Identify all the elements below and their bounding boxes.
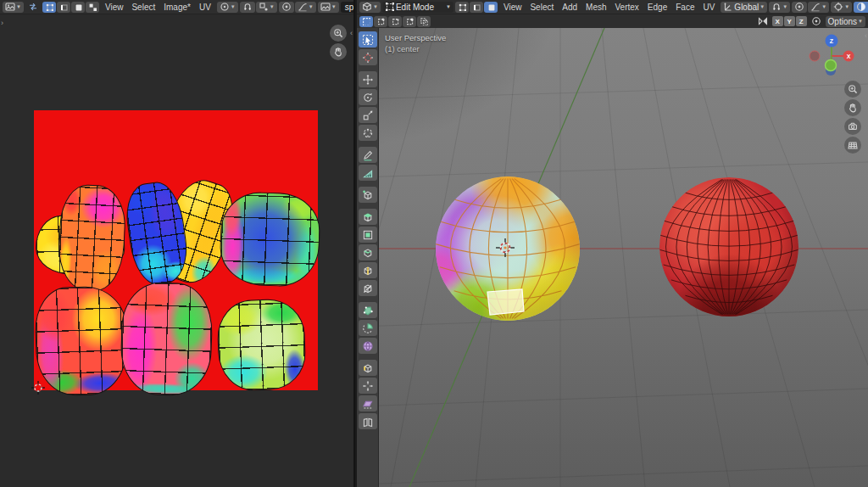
- tool-inset-faces[interactable]: [359, 227, 377, 243]
- uv-island-top-right[interactable]: [219, 191, 321, 288]
- menu-view[interactable]: View: [499, 3, 526, 12]
- sphere-red[interactable]: [647, 161, 806, 359]
- menu-vertex[interactable]: Vertex: [611, 3, 643, 12]
- select-mode-set-button[interactable]: [359, 16, 373, 27]
- tool-shear[interactable]: [359, 395, 377, 411]
- uv-sync-selection-toggle[interactable]: [25, 2, 41, 13]
- mesh-select-face-icon: [487, 3, 495, 11]
- loop-cut-icon: [362, 265, 374, 277]
- uv-zoom-button[interactable]: [330, 25, 347, 42]
- show-gizmo-toggle[interactable]: ▼: [831, 2, 852, 13]
- uv-select-face-button[interactable]: [71, 2, 85, 13]
- tool-measure[interactable]: [359, 165, 377, 181]
- tool-smooth[interactable]: [359, 338, 377, 354]
- overlays-icon: [856, 2, 866, 12]
- mirror-icon-button[interactable]: [755, 16, 771, 27]
- mesh-select-vertex-button[interactable]: [455, 2, 469, 13]
- mode-dropdown[interactable]: Edit Mode ▼: [382, 2, 453, 13]
- tool-spin[interactable]: [359, 320, 377, 336]
- uv-island-top-left[interactable]: [57, 183, 127, 293]
- edit-mode-icon: [385, 2, 395, 12]
- viewport-canvas[interactable]: User Perspective (1) center Z X ‹: [357, 28, 868, 487]
- uv-pivot-button[interactable]: ▼: [217, 2, 238, 13]
- tool-edge-slide[interactable]: [359, 360, 377, 376]
- tool-cursor[interactable]: [359, 49, 377, 65]
- mirror-x-button[interactable]: X: [772, 16, 783, 26]
- uv-sidebar-toggle-left[interactable]: ›: [1, 19, 3, 27]
- menu-mesh[interactable]: Mesh: [581, 3, 610, 12]
- uv-falloff-button[interactable]: ▼: [295, 2, 316, 13]
- uv-select-island-button[interactable]: [86, 2, 99, 13]
- vp-perspective-toggle-button[interactable]: [844, 137, 861, 154]
- uv-island-bottom-right[interactable]: [216, 298, 307, 392]
- tool-add-cube[interactable]: [359, 187, 377, 203]
- image-name-field[interactable]: spheretexture: [341, 2, 353, 13]
- vp-snap-toggle[interactable]: ▼: [769, 2, 790, 13]
- uv-proportional-toggle[interactable]: [279, 2, 294, 13]
- menu-add[interactable]: Add: [558, 3, 581, 12]
- menu-uv[interactable]: UV: [195, 3, 215, 12]
- mirror-y-button[interactable]: Y: [784, 16, 795, 26]
- uv-select-face-icon: [74, 3, 82, 11]
- navigation-gizmo[interactable]: Z X: [807, 31, 856, 81]
- vp-camera-view-button[interactable]: [844, 118, 861, 135]
- tool-poly-build[interactable]: [359, 302, 377, 318]
- vp-proportional-toggle[interactable]: [792, 2, 807, 13]
- uv-image-browse-button[interactable]: ▼: [318, 2, 339, 13]
- tool-transform[interactable]: [359, 125, 377, 141]
- uv-snap-with-button[interactable]: ▼: [256, 2, 277, 13]
- uv-canvas[interactable]: › ‹: [0, 15, 353, 487]
- tool-rotate[interactable]: [359, 89, 377, 105]
- tool-move[interactable]: [359, 71, 377, 87]
- tool-knife[interactable]: [359, 280, 377, 296]
- uv-select-vertex-button[interactable]: [42, 2, 56, 13]
- mesh-select-face-button[interactable]: [484, 2, 498, 13]
- camera-icon: [848, 121, 858, 132]
- options-dropdown[interactable]: Options▼: [826, 16, 865, 27]
- mirror-z-button[interactable]: Z: [796, 16, 807, 26]
- vp-sidebar-toggle[interactable]: ‹: [865, 31, 867, 40]
- tool-loop-cut[interactable]: [359, 262, 377, 278]
- tool-extrude-region[interactable]: [359, 209, 377, 225]
- menu-view[interactable]: View: [101, 3, 128, 12]
- uv-island-bottom-left[interactable]: [34, 285, 129, 397]
- transform-icon: [362, 127, 374, 139]
- menu-edge[interactable]: Edge: [643, 3, 671, 12]
- menu-select[interactable]: Select: [526, 3, 558, 12]
- select-mode-subtract-button[interactable]: [388, 16, 402, 27]
- menu-face[interactable]: Face: [671, 3, 698, 12]
- gizmo-y-axis[interactable]: [826, 60, 837, 71]
- uv-select-edge-button[interactable]: [57, 2, 70, 13]
- menu-image[interactable]: Image*: [159, 3, 195, 12]
- vp-editor-type-button[interactable]: ▼: [359, 2, 381, 13]
- selected-face-highlight[interactable]: [487, 289, 524, 315]
- prop-falloff-button[interactable]: [809, 16, 824, 27]
- uv-pan-button[interactable]: [330, 43, 347, 60]
- tool-annotate[interactable]: [359, 147, 377, 163]
- tool-tweak[interactable]: [359, 31, 377, 48]
- uv-texture-image[interactable]: [34, 110, 318, 390]
- select-mode-intersect-button[interactable]: [417, 16, 431, 27]
- gizmo-neg-x-axis[interactable]: [810, 51, 820, 61]
- menu-select[interactable]: Select: [127, 3, 159, 12]
- tool-scale[interactable]: [359, 107, 377, 123]
- mesh-select-edge-button[interactable]: [470, 2, 483, 13]
- uv-island-bottom-mid[interactable]: [120, 281, 214, 397]
- perspective-grid-icon: [848, 140, 858, 150]
- select-mode-extend-button[interactable]: [374, 16, 387, 27]
- menu-uv[interactable]: UV: [698, 3, 719, 12]
- uv-snap-toggle[interactable]: [240, 2, 255, 13]
- uv-sidebar-toggle-right[interactable]: ‹: [350, 29, 353, 37]
- select-mode-invert-button[interactable]: [403, 16, 416, 27]
- vp-falloff-button[interactable]: ▼: [808, 2, 829, 13]
- tool-shrink-fatten[interactable]: [359, 378, 377, 394]
- uv-editor-type-button[interactable]: ▼: [3, 2, 24, 13]
- show-overlays-toggle[interactable]: ▼: [854, 2, 868, 13]
- tool-bevel[interactable]: [359, 244, 377, 260]
- spin-icon: [362, 322, 374, 334]
- magnifier-icon: [848, 84, 858, 94]
- vp-pan-button[interactable]: [844, 99, 861, 116]
- tool-rip-region[interactable]: [359, 413, 377, 429]
- orientation-dropdown[interactable]: Global ▼: [721, 2, 767, 13]
- vp-zoom-button[interactable]: [844, 81, 861, 98]
